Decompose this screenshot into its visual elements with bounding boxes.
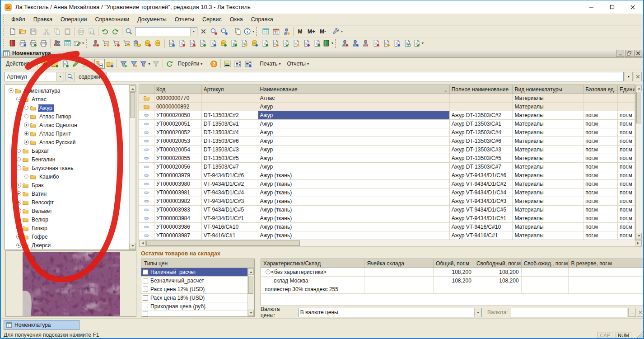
tree-item[interactable]: Атлас Принт xyxy=(5,129,136,138)
filter-settings-button[interactable] xyxy=(65,72,75,81)
print-forms-icon-3[interactable] xyxy=(38,38,49,48)
coins-out-icon[interactable] xyxy=(142,38,153,48)
price-window-icon[interactable] xyxy=(62,38,73,48)
checkbox[interactable] xyxy=(143,295,148,301)
price-type-row[interactable]: Безналичный_расчет xyxy=(141,277,248,285)
new-document-icon[interactable] xyxy=(7,27,18,37)
chevron-down-icon[interactable]: ▾ xyxy=(474,308,481,317)
menu-4[interactable]: Справочники xyxy=(91,14,133,24)
list-settings-icon[interactable] xyxy=(222,59,233,69)
report-book-icon[interactable] xyxy=(7,38,18,48)
doc-person-red-icon[interactable] xyxy=(187,38,197,48)
quick-search-combobox[interactable]: ▾ xyxy=(135,27,197,36)
column-header-unit[interactable]: Едини... xyxy=(618,85,635,94)
memory-minus-button[interactable]: М- xyxy=(317,27,328,37)
scroll-thumb[interactable] xyxy=(130,92,135,118)
table-row[interactable]: УТ000003981VT-9434/D1/C#4Ажур (ткань)Ажу… xyxy=(139,188,635,197)
filter-search-input[interactable] xyxy=(107,72,624,81)
table-horizontal-scrollbar[interactable] xyxy=(139,240,642,247)
checkbox[interactable] xyxy=(143,311,148,316)
stock-column-header-1[interactable]: Характеристика/Склад xyxy=(261,259,364,268)
mdi-minimize-button[interactable] xyxy=(616,50,624,57)
filter-field-combobox[interactable]: Артикул ▾ xyxy=(5,72,64,81)
table-row[interactable]: УТ000003982VT-9434/D1/C#3Ажур (ткань)Ажу… xyxy=(139,197,635,206)
coins-icon[interactable] xyxy=(153,38,163,48)
tree-expander[interactable] xyxy=(15,148,22,154)
print-preview-icon[interactable] xyxy=(86,27,97,37)
stock-row[interactable]: <без характеристики>108,200108,200 xyxy=(261,268,644,277)
print-button[interactable]: Печать▾ xyxy=(257,59,284,69)
table-row[interactable]: 00000000770АтласМатериалы xyxy=(139,94,635,103)
doc-lines-icon[interactable] xyxy=(402,38,412,48)
toolbar-grip[interactable] xyxy=(3,39,6,47)
person-pink-icon[interactable] xyxy=(360,38,371,48)
checkbox[interactable] xyxy=(143,304,148,309)
tree-item[interactable]: Атлас Русский xyxy=(5,138,136,146)
tree-expander[interactable] xyxy=(15,156,22,162)
stock-column-header-4[interactable]: Свободный, пог.м xyxy=(474,259,522,268)
find-next-icon[interactable] xyxy=(209,27,219,37)
quick-search-input[interactable] xyxy=(135,28,190,35)
paste-icon[interactable] xyxy=(62,27,73,37)
tree-expander[interactable] xyxy=(15,165,22,171)
mdi-close-button[interactable] xyxy=(634,50,642,57)
item-photo[interactable] xyxy=(23,252,120,317)
tree-expander[interactable] xyxy=(15,191,22,197)
clear-filter-icon[interactable] xyxy=(151,59,161,69)
sales-cart-red-icon[interactable] xyxy=(111,38,121,48)
find-previous-icon[interactable] xyxy=(219,27,229,37)
table-row[interactable]: УТ000020056DT-13503/C#7АжурАжур DT-13503… xyxy=(139,163,635,171)
tree-item[interactable]: Вельвет xyxy=(5,207,136,215)
tree-expander[interactable] xyxy=(15,225,22,231)
tree-expander[interactable] xyxy=(8,88,14,94)
actions-button[interactable]: Действия▾ xyxy=(3,59,36,69)
table-row[interactable]: УТ000020054DT-13503/C#3АжурАжур DT-13503… xyxy=(139,146,635,154)
stock-row[interactable]: склад Москва108,200108,200 xyxy=(261,277,644,285)
item-photo-panel[interactable] xyxy=(5,250,136,317)
hierarchy-view-icon[interactable] xyxy=(94,59,105,69)
customer-order-icon[interactable] xyxy=(90,38,101,48)
add-group-icon[interactable] xyxy=(50,59,60,69)
maximize-button[interactable] xyxy=(602,0,622,14)
resize-grip[interactable] xyxy=(637,332,643,338)
doc-minus-icon[interactable] xyxy=(270,38,280,48)
filter-history-icon[interactable]: ▾ xyxy=(139,59,151,69)
doc-chart-green-icon[interactable] xyxy=(197,38,208,48)
tree-item[interactable]: Бенгалин xyxy=(5,155,136,164)
table-row[interactable]: УТ000003980VT-9434/D1/C#2Ажур (ткань)Ажу… xyxy=(139,180,635,188)
tree-expander[interactable] xyxy=(15,242,22,248)
table-row[interactable]: УТ000020053DT-13503/C#6АжурАжур DT-13503… xyxy=(139,137,635,146)
menu-2[interactable]: Правка xyxy=(29,14,56,24)
tree-expander[interactable] xyxy=(23,113,29,119)
calculator-icon[interactable] xyxy=(261,27,271,37)
column-header-kind[interactable]: Вид номенклатуры xyxy=(513,85,583,94)
doc-percent-icon[interactable] xyxy=(301,38,312,48)
edit-item-icon[interactable] xyxy=(70,59,81,69)
clipboard-pages-icon[interactable] xyxy=(233,27,243,37)
table-row[interactable]: 00000000892АжурМатериалы xyxy=(139,103,635,111)
cut-icon[interactable] xyxy=(42,27,52,37)
currency-clear-button[interactable] xyxy=(637,308,644,317)
currency-input[interactable] xyxy=(511,308,628,317)
stock-column-header-6[interactable]: В резерве, пог.м xyxy=(569,259,644,268)
reports-button[interactable]: Отчеты▾ xyxy=(284,59,313,69)
stock-row[interactable]: полиестер 30% спандекс 255 xyxy=(261,285,644,294)
tree-expander[interactable] xyxy=(23,139,29,145)
service-settings-icon[interactable]: ▾ xyxy=(331,27,343,37)
doc-person-blue-icon[interactable] xyxy=(166,38,177,48)
table-row[interactable]: УТ000003987VT-9416/C#1Ажур (ткань)Ажур V… xyxy=(139,231,635,240)
tree-expander[interactable] xyxy=(15,208,22,214)
stock-column-header-2[interactable]: Ячейка склада xyxy=(364,259,434,268)
print-forms-icon-1[interactable] xyxy=(18,38,28,48)
information-icon[interactable]: ▾ xyxy=(243,27,255,37)
memory-plus-button[interactable]: М+ xyxy=(305,27,317,37)
collapse-icon[interactable] xyxy=(265,269,271,275)
price-type-row[interactable]: Расх цена 18% (USD) xyxy=(141,294,248,302)
table-row[interactable]: УТ000003979VT-9434/D1/C#6Ажур (ткань)Ажу… xyxy=(139,171,635,180)
minimize-button[interactable] xyxy=(581,0,602,14)
memory-recall-button[interactable]: М xyxy=(295,27,305,37)
price-types-scrollbar[interactable] xyxy=(247,268,254,316)
doc-table-green-icon[interactable] xyxy=(229,38,239,48)
tree-item[interactable]: Ватин xyxy=(5,189,136,198)
table-row[interactable]: УТ000003984VT-9434/D1/C#1Ажур (ткань)Ажу… xyxy=(139,214,635,223)
